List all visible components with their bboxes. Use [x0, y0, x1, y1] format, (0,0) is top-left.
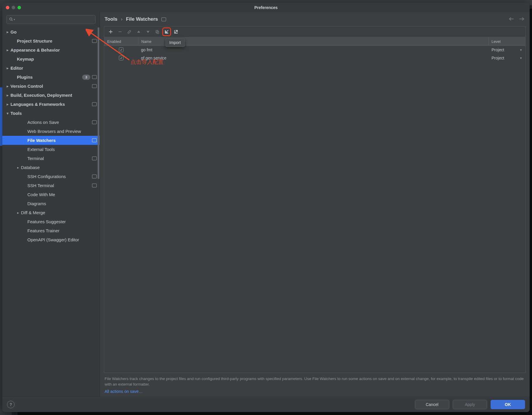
- sidebar-item[interactable]: Go: [2, 27, 100, 36]
- sidebar-item[interactable]: Web Browsers and Preview: [2, 127, 100, 136]
- sidebar-item[interactable]: Version Control: [2, 82, 100, 91]
- watcher-name: gf gen service: [138, 56, 489, 60]
- level-select[interactable]: Project▼: [492, 56, 522, 60]
- sidebar-item[interactable]: Diff & Merge: [2, 208, 100, 217]
- watcher-name: go fmt: [138, 48, 489, 52]
- forward-icon[interactable]: [519, 17, 524, 22]
- sidebar-item-label: OpenAPI (Swagger) Editor: [27, 237, 97, 242]
- remove-button[interactable]: [116, 28, 124, 36]
- table-row[interactable]: go fmtProject▼: [104, 46, 525, 54]
- sidebar-item-label: Terminal: [27, 156, 92, 161]
- project-scope-icon: [92, 184, 97, 187]
- table-row[interactable]: gf gen serviceProject▼: [104, 54, 525, 62]
- sidebar-item-label: Features Trainer: [27, 228, 97, 233]
- sidebar-item[interactable]: Terminal: [2, 154, 100, 163]
- badge: 3: [82, 75, 90, 80]
- sidebar-item[interactable]: Editor: [2, 64, 100, 73]
- sidebar-item-label: Project Structure: [17, 38, 92, 43]
- project-scope-icon: [92, 39, 97, 43]
- move-up-button[interactable]: [135, 28, 143, 36]
- sidebar-item[interactable]: Project Structure: [2, 36, 100, 45]
- col-enabled[interactable]: Enabled: [104, 37, 138, 45]
- search-field[interactable]: [16, 17, 93, 22]
- back-icon[interactable]: [509, 17, 514, 22]
- sidebar-item[interactable]: Database: [2, 163, 100, 172]
- project-scope-icon: [161, 17, 166, 21]
- chevron-right-icon: [5, 93, 10, 97]
- sidebar-item[interactable]: Plugins3: [2, 73, 100, 82]
- chevron-right-icon: [15, 166, 21, 170]
- sidebar-item[interactable]: Keymap: [2, 54, 100, 64]
- sidebar-item-label: Appearance & Behavior: [10, 48, 97, 52]
- sidebar-item-label: External Tools: [27, 147, 97, 152]
- add-button[interactable]: [107, 28, 115, 36]
- sidebar-item[interactable]: SSH Configurations: [2, 172, 100, 181]
- sidebar-item[interactable]: OpenAPI (Swagger) Editor: [2, 235, 100, 244]
- chevron-down-icon[interactable]: ▼: [519, 57, 522, 60]
- breadcrumb: Tools › File Watchers: [105, 16, 166, 22]
- sidebar-item[interactable]: Build, Execution, Deployment: [2, 91, 100, 100]
- sidebar-item-label: Code With Me: [27, 192, 97, 197]
- col-level[interactable]: Level: [489, 37, 525, 45]
- sidebar-item[interactable]: Features Trainer: [2, 226, 100, 235]
- chevron-right-icon: [5, 102, 10, 106]
- sidebar-item-label: Actions on Save: [27, 120, 92, 125]
- sidebar-item[interactable]: Tools: [2, 109, 100, 118]
- sidebar-item[interactable]: Diagrams: [2, 199, 100, 208]
- sidebar-item[interactable]: SSH Terminal: [2, 181, 100, 190]
- project-scope-icon: [92, 120, 97, 124]
- titlebar: Preferences: [2, 3, 530, 12]
- project-scope-icon: [92, 75, 97, 79]
- copy-button[interactable]: [153, 28, 161, 36]
- enabled-checkbox[interactable]: [119, 48, 124, 52]
- ok-button[interactable]: OK: [491, 400, 525, 409]
- scrollbar[interactable]: [97, 26, 100, 397]
- all-actions-link[interactable]: All actions on save…: [100, 388, 530, 397]
- chevron-down-icon[interactable]: ▼: [519, 48, 522, 52]
- chevron-right-icon: [5, 84, 10, 88]
- breadcrumb-leaf: File Watchers: [126, 16, 158, 22]
- project-scope-icon: [92, 156, 97, 160]
- import-button[interactable]: [163, 28, 171, 36]
- help-button[interactable]: ?: [7, 401, 15, 408]
- enabled-checkbox[interactable]: [119, 56, 124, 60]
- project-scope-icon: [92, 175, 97, 178]
- chevron-right-icon: ›: [121, 17, 122, 22]
- level-label: Project: [492, 48, 504, 52]
- sidebar-item-label: Editor: [10, 66, 97, 71]
- search-input[interactable]: ▾: [6, 15, 96, 24]
- search-icon: [9, 17, 13, 22]
- settings-tree[interactable]: GoProject StructureAppearance & Behavior…: [2, 26, 100, 397]
- chevron-right-icon: [15, 211, 21, 215]
- sidebar-item[interactable]: Code With Me: [2, 190, 100, 199]
- move-down-button[interactable]: [144, 28, 152, 36]
- preferences-window: Preferences ▾ GoProject StructureAppeara…: [2, 3, 530, 412]
- apply-button[interactable]: Apply: [453, 400, 487, 409]
- sidebar-item-label: Web Browsers and Preview: [27, 129, 97, 134]
- svg-line-1: [12, 20, 13, 21]
- export-button[interactable]: [172, 28, 180, 36]
- cancel-button[interactable]: Cancel: [415, 400, 449, 409]
- chevron-down-icon: ▾: [14, 18, 15, 21]
- sidebar-item-label: Diagrams: [27, 201, 97, 206]
- sidebar: ▾ GoProject StructureAppearance & Behavi…: [2, 12, 100, 397]
- breadcrumb-root[interactable]: Tools: [105, 16, 117, 22]
- chevron-right-icon: [5, 48, 10, 52]
- sidebar-item-label: Build, Execution, Deployment: [10, 93, 97, 98]
- file-watchers-table-panel: Import Enabled Name Level go fmtProject▼…: [104, 26, 526, 373]
- sidebar-item[interactable]: Languages & Frameworks: [2, 100, 100, 109]
- level-select[interactable]: Project▼: [492, 48, 522, 52]
- project-scope-icon: [92, 138, 97, 142]
- sidebar-item[interactable]: Actions on Save: [2, 118, 100, 127]
- sidebar-item[interactable]: External Tools: [2, 145, 100, 154]
- sidebar-item[interactable]: Appearance & Behavior: [2, 45, 100, 54]
- sidebar-item[interactable]: Features Suggester: [2, 217, 100, 226]
- sidebar-item-label: Features Suggester: [27, 219, 97, 224]
- annotation-text: 点击导入配置: [131, 58, 164, 66]
- sidebar-item-label: Version Control: [10, 84, 92, 89]
- edit-button[interactable]: [125, 28, 133, 36]
- sidebar-item-label: SSH Configurations: [27, 174, 92, 179]
- sidebar-item[interactable]: File Watchers: [2, 136, 100, 145]
- col-name[interactable]: Name: [138, 37, 489, 45]
- chevron-right-icon: [5, 66, 10, 70]
